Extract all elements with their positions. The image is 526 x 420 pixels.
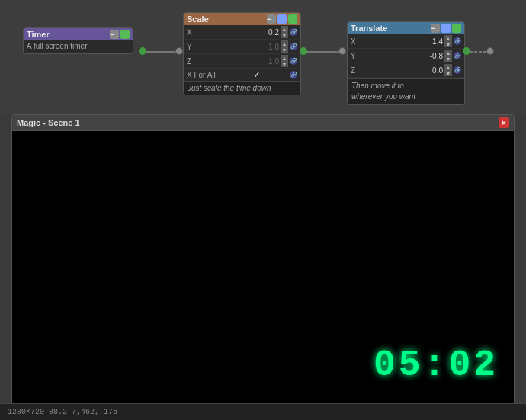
translate-x-controls: ▲ ▼ [444, 35, 452, 47]
output-connector [486, 47, 494, 55]
scale-xforall-link[interactable]: 🔗 [290, 71, 297, 79]
translate-node-header: Translate − [348, 22, 464, 34]
translate-input-connector [338, 47, 346, 55]
translate-output-btn[interactable] [452, 24, 461, 33]
scale-minimize-btn[interactable]: − [267, 14, 276, 24]
translate-minimize-btn[interactable]: − [431, 24, 440, 33]
translate-x-row: X 1.4 ▲ ▼ 🔗 [348, 34, 464, 49]
translate-x-down[interactable]: ▼ [444, 41, 452, 47]
status-text: 1280×720 88.2 7,462, 176 [8, 408, 117, 416]
scale-y-label: Y [187, 43, 225, 51]
translate-z-controls: ▲ ▼ [444, 64, 452, 76]
scale-xforall-label: X For All [187, 71, 225, 79]
scale-description: Just scale the time down [184, 81, 300, 95]
translate-node-title: Translate [351, 24, 387, 33]
scale-z-row: Z 1.0 ▲ ▼ 🔗 [184, 54, 300, 69]
scene-content: 05:02 [12, 131, 514, 409]
translate-output-connector [463, 47, 470, 55]
scene-close-button[interactable]: × [499, 117, 509, 128]
translate-y-link[interactable]: 🔗 [454, 52, 461, 59]
translate-x-up[interactable]: ▲ [444, 35, 452, 41]
scale-y-up[interactable]: ▲ [281, 40, 288, 46]
scale-z-label: Z [187, 57, 225, 66]
scene-title: Magic - Scene 1 [17, 118, 80, 127]
timer-node: Timer − A full screen timer [23, 27, 133, 54]
scale-x-value[interactable]: 0.2 [225, 28, 281, 37]
node-graph-area: Timer − A full screen timer Scale − X 0.… [0, 0, 526, 114]
translate-node: Translate − X 1.4 ▲ ▼ 🔗 Y -0.8 ▲ ▼ [347, 21, 465, 105]
scale-z-up[interactable]: ▲ [281, 55, 288, 61]
timer-minimize-btn[interactable]: − [110, 30, 119, 39]
translate-y-controls: ▲ ▼ [444, 50, 452, 62]
scale-x-row: X 0.2 ▲ ▼ 🔗 [184, 25, 300, 40]
scale-z-link[interactable]: 🔗 [290, 57, 297, 65]
translate-y-value[interactable]: -0.8 [389, 52, 444, 60]
scale-x-up[interactable]: ▲ [281, 26, 288, 32]
timer-node-header: Timer − [24, 28, 133, 40]
translate-z-up[interactable]: ▲ [444, 64, 452, 70]
scene-titlebar: Magic - Scene 1 × [12, 115, 514, 131]
scale-x-label: X [187, 28, 225, 37]
translate-collapse-btn[interactable] [441, 24, 451, 33]
translate-x-value[interactable]: 1.4 [389, 37, 444, 46]
translate-z-label: Z [351, 66, 389, 75]
scale-output-connector [300, 47, 307, 55]
translate-y-row: Y -0.8 ▲ ▼ 🔗 [348, 49, 464, 63]
translate-x-link[interactable]: 🔗 [454, 37, 461, 45]
translate-z-down[interactable]: ▼ [444, 70, 452, 76]
scale-y-controls: ▲ ▼ [281, 40, 288, 53]
scale-z-controls: ▲ ▼ [281, 55, 288, 67]
scale-xforall-check[interactable]: ✓ [253, 69, 261, 80]
scale-collapse-btn[interactable] [277, 14, 287, 24]
scale-z-value[interactable]: 1.0 [225, 57, 281, 66]
timer-subtitle: A full screen timer [24, 40, 133, 53]
scale-y-down[interactable]: ▼ [281, 46, 288, 53]
timer-display: 05:02 [374, 345, 499, 386]
translate-z-row: Z 0.0 ▲ ▼ 🔗 [348, 63, 464, 78]
scale-node-header: Scale − [184, 13, 300, 25]
scale-xforall-row: X For All ✓ 🔗 [184, 69, 300, 81]
scale-output-btn[interactable] [288, 14, 297, 24]
translate-y-label: Y [351, 52, 389, 60]
scale-node-title: Scale [187, 14, 209, 24]
scale-y-link[interactable]: 🔗 [290, 43, 297, 50]
scale-input-connector [175, 47, 183, 55]
scale-x-controls: ▲ ▼ [281, 26, 288, 38]
translate-y-up[interactable]: ▲ [444, 50, 452, 56]
translate-description: Then move it towherever you want [348, 78, 464, 104]
scale-x-down[interactable]: ▼ [281, 32, 288, 38]
scale-y-value[interactable]: 1.0 [225, 43, 281, 51]
translate-z-link[interactable]: 🔗 [454, 66, 461, 74]
status-bar: 1280×720 88.2 7,462, 176 [0, 403, 526, 420]
timer-output-btn[interactable] [120, 30, 130, 39]
scene-window: Magic - Scene 1 × 05:02 [11, 114, 515, 412]
scale-z-down[interactable]: ▼ [281, 61, 288, 67]
scale-node: Scale − X 0.2 ▲ ▼ 🔗 Y 1.0 ▲ ▼ 🔗 [183, 12, 301, 95]
scale-y-row: Y 1.0 ▲ ▼ 🔗 [184, 40, 300, 54]
timer-output-connector [139, 47, 146, 55]
translate-x-label: X [351, 37, 389, 46]
translate-z-value[interactable]: 0.0 [389, 66, 444, 75]
timer-node-title: Timer [27, 30, 50, 39]
translate-y-down[interactable]: ▼ [444, 56, 452, 62]
scale-x-link[interactable]: 🔗 [290, 28, 297, 36]
